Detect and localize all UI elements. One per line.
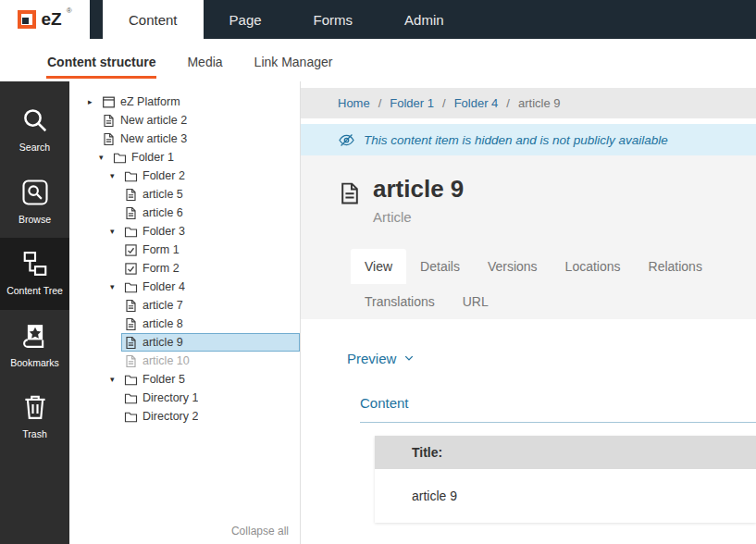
tree-row-inner: New article 2 [99, 111, 300, 130]
tree-row-inner: eZ Platform [99, 93, 300, 111]
tree-item-new-article-3[interactable]: New article 3 [69, 130, 300, 148]
tree-item-article-9[interactable]: article 9 [69, 333, 300, 352]
expand-arrow-icon[interactable]: ▸ [88, 97, 99, 106]
tree-row-inner: article 6 [121, 204, 300, 222]
main-content: HomeFolder 1Folder 4article 9 This conte… [301, 81, 756, 544]
hidden-content-alert: This content item is hidden and is not p… [301, 124, 756, 155]
tree-item-folder-2[interactable]: ▾ Folder 2 [69, 167, 300, 185]
tree-item-ez-platform[interactable]: ▸ eZ Platform [69, 93, 300, 111]
tree-item-label: article 10 [143, 354, 190, 367]
tree-item-form-1[interactable]: Form 1 [69, 241, 300, 259]
tree-row-inner: Folder 3 [121, 222, 300, 241]
collapse-arrow-icon[interactable]: ▾ [110, 227, 121, 236]
page-header: article 9 Article ViewDetailsVersionsLoc… [301, 155, 756, 319]
tab-details[interactable]: Details [406, 249, 474, 284]
sub-tab-media[interactable]: Media [186, 42, 223, 79]
article-icon [124, 188, 138, 202]
breadcrumb-item-folder-1: Folder 1 [370, 96, 434, 110]
tree-item-form-2[interactable]: Form 2 [69, 259, 300, 278]
tree-item-directory-2[interactable]: Directory 2 [69, 407, 300, 426]
tab-relations[interactable]: Relations [635, 249, 716, 284]
content-tree: ▸ eZ Platform New article 2 [69, 93, 300, 426]
tree-item-article-6[interactable]: article 6 [69, 204, 300, 222]
main-tab-forms[interactable]: Forms [288, 0, 379, 39]
tree-item-directory-1[interactable]: Directory 1 [69, 389, 300, 407]
tree-item-label: article 8 [143, 317, 183, 330]
tree-item-new-article-2[interactable]: New article 2 [69, 111, 300, 130]
alert-text: This content item is hidden and is not p… [364, 133, 668, 147]
breadcrumb-item-article-9: article 9 [498, 96, 560, 110]
collapse-arrow-icon[interactable]: ▾ [110, 282, 121, 291]
breadcrumb-link[interactable]: Home [338, 96, 370, 110]
breadcrumb-item-home: Home [338, 96, 370, 110]
tree-item-label: Folder 2 [143, 169, 185, 182]
tree-item-article-7[interactable]: article 7 [69, 296, 300, 315]
tree-item-folder-1[interactable]: ▾ Folder 1 [69, 148, 300, 167]
tree-item-label: Directory 1 [143, 391, 198, 404]
collapse-all-button[interactable]: Collapse all [231, 525, 289, 538]
sidebar-item-content-tree[interactable]: Content Tree [0, 238, 69, 310]
sidebar-item-trash[interactable]: Trash [0, 381, 69, 453]
collapse-arrow-icon[interactable]: ▾ [110, 171, 121, 180]
breadcrumb-item-folder-4: Folder 4 [434, 96, 498, 110]
collapse-arrow-icon[interactable]: ▾ [99, 153, 110, 162]
breadcrumb-link[interactable]: article 9 [518, 96, 561, 110]
article-icon [102, 114, 116, 128]
tree-item-folder-5[interactable]: ▾ Folder 5 [69, 370, 300, 389]
tree-row-inner: article 7 [121, 296, 300, 315]
sub-tab-link-manager[interactable]: Link Manager [254, 42, 334, 79]
tab-view[interactable]: View [351, 249, 406, 284]
tree-item-folder-3[interactable]: ▾ Folder 3 [69, 222, 300, 241]
tree-item-folder-4[interactable]: ▾ Folder 4 [69, 278, 300, 296]
tree-row-inner: Folder 5 [121, 370, 300, 389]
content-type-label: Article [373, 209, 464, 225]
breadcrumb: HomeFolder 1Folder 4article 9 [301, 88, 756, 118]
breadcrumb-link[interactable]: Folder 4 [454, 96, 499, 110]
tree-item-label: Directory 2 [143, 410, 198, 423]
tree-row-inner: Directory 2 [121, 407, 300, 426]
preview-toggle[interactable]: Preview [347, 351, 415, 366]
tree-row-inner: Folder 1 [110, 148, 300, 167]
ez-logo-text: eZ [41, 9, 61, 30]
breadcrumb-link[interactable]: Folder 1 [390, 96, 434, 110]
article-type-icon [338, 179, 362, 208]
article-icon [124, 206, 138, 220]
sub-tab-content-structure[interactable]: Content structure [46, 42, 156, 79]
tree-item-article-10[interactable]: article 10 [69, 352, 300, 370]
page-title: article 9 [373, 176, 464, 203]
tab-versions[interactable]: Versions [474, 249, 552, 284]
tree-item-article-5[interactable]: article 5 [69, 185, 300, 204]
main-tab-admin[interactable]: Admin [378, 0, 470, 39]
tab-translations[interactable]: Translations [351, 284, 449, 319]
tree-item-label: article 6 [143, 206, 183, 219]
tab-locations[interactable]: Locations [552, 249, 635, 284]
search-icon [21, 106, 49, 134]
sidebar-item-search[interactable]: Search [0, 94, 69, 167]
main-nav: ContentPageFormsAdmin [103, 0, 470, 39]
form-icon [124, 262, 138, 276]
ez-logo[interactable]: eZ ® [0, 0, 90, 39]
field-label: Title: [375, 436, 756, 469]
sidebar-item-bookmarks[interactable]: Bookmarks [0, 310, 69, 382]
tree-row-inner: article 8 [121, 315, 300, 333]
sidebar-item-browse[interactable]: Browse [0, 167, 69, 239]
article-icon [124, 299, 138, 313]
main-tab-content[interactable]: Content [103, 0, 204, 39]
tree-item-label: Folder 5 [143, 373, 185, 386]
folder-icon [124, 225, 138, 239]
tree-item-label: Folder 4 [143, 280, 185, 293]
tree-item-label: article 5 [143, 188, 183, 201]
hidden-eye-icon [338, 131, 355, 149]
tree-row-inner: Folder 4 [121, 278, 300, 296]
tab-url[interactable]: URL [449, 284, 502, 319]
main-tab-page[interactable]: Page [204, 0, 288, 39]
tree-row-inner: Form 2 [121, 259, 300, 278]
tree-item-article-8[interactable]: article 8 [69, 315, 300, 333]
page-title-row: article 9 Article [338, 176, 756, 225]
folder-icon [124, 373, 138, 387]
field-table: Title: article 9 [375, 436, 756, 523]
tree-item-label: eZ Platform [120, 95, 180, 108]
collapse-arrow-icon[interactable]: ▾ [110, 375, 121, 384]
form-icon [124, 243, 138, 257]
content-tabs: ViewDetailsVersionsLocationsRelationsTra… [351, 249, 756, 319]
